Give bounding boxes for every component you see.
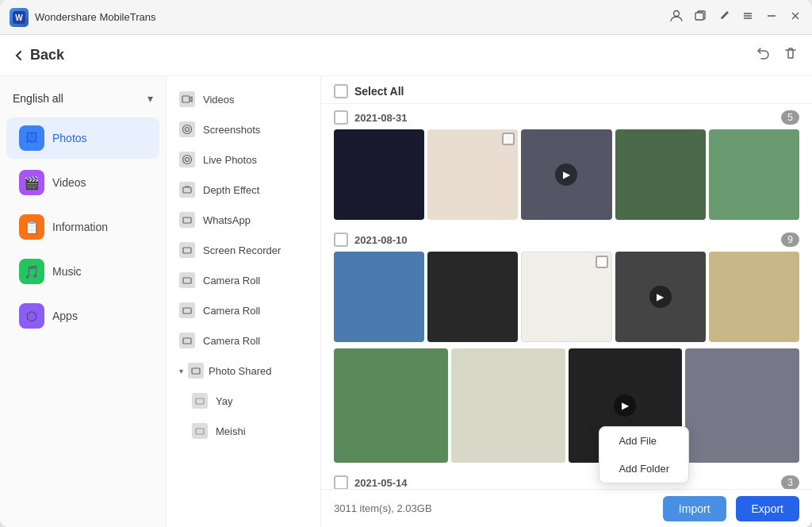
sidebar-item-apps[interactable]: ⬡ Apps: [6, 295, 159, 337]
sidebar-apps-label: Apps: [52, 310, 78, 322]
middle-screenshots-label: Screenshots: [203, 124, 260, 136]
edit-icon[interactable]: [717, 9, 731, 26]
export-button[interactable]: Export: [736, 496, 799, 521]
menu-icon[interactable]: [741, 9, 755, 26]
camera-roll-1-icon: [179, 272, 195, 288]
photo-thumb[interactable]: [427, 129, 518, 220]
language-dropdown[interactable]: English all ▾: [0, 86, 166, 111]
minimize-icon[interactable]: [764, 9, 779, 26]
photo-grid-2b: ▶: [334, 348, 799, 463]
photo-thumb[interactable]: ▶: [521, 129, 611, 220]
videos-icon: 🎬: [19, 170, 44, 195]
import-button[interactable]: Import: [663, 496, 726, 521]
app-window: W Wondershare MobileTrans: [0, 0, 812, 527]
sub-header-actions: [755, 44, 799, 66]
svg-rect-22: [196, 398, 204, 404]
photo-grid-container: 2021-08-31 5 ▶: [321, 104, 812, 489]
photo-thumb[interactable]: [709, 252, 799, 342]
photo-thumb[interactable]: [451, 348, 565, 463]
middle-camera-roll-3-label: Camera Roll: [203, 335, 260, 347]
middle-camera-roll-1[interactable]: Camera Roll: [167, 265, 320, 295]
account-icon[interactable]: [669, 9, 684, 26]
date-checkbox-1[interactable]: [334, 110, 348, 125]
music-icon: 🎵: [19, 259, 44, 284]
date-row-2: 2021-08-10 9: [334, 226, 799, 252]
date-section-1: 2021-08-31 5 ▶: [334, 104, 799, 220]
camera-roll-3-icon: [179, 333, 195, 348]
sidebar-item-videos[interactable]: 🎬 Videos: [6, 162, 159, 203]
svg-rect-19: [183, 308, 191, 314]
window-controls: [669, 9, 802, 26]
select-all-label: Select All: [354, 85, 404, 98]
svg-rect-18: [183, 278, 191, 283]
date-label-1: 2021-08-31: [354, 112, 775, 124]
middle-meishi[interactable]: Meishi: [167, 416, 320, 446]
back-button[interactable]: Back: [13, 47, 64, 63]
undo-icon[interactable]: [755, 44, 772, 66]
middle-videos[interactable]: Videos: [167, 84, 320, 114]
middle-camera-roll-1-label: Camera Roll: [203, 275, 260, 287]
photo-thumb[interactable]: ▶: [615, 252, 706, 342]
middle-camera-roll-2-label: Camera Roll: [203, 305, 260, 317]
photo-thumb[interactable]: [615, 129, 706, 220]
photo-thumb[interactable]: [521, 252, 611, 342]
play-button[interactable]: ▶: [555, 163, 577, 186]
sidebar-info-label: Information: [52, 221, 108, 233]
photo-thumb[interactable]: [685, 348, 799, 463]
screenshots-small-icon: [179, 121, 195, 137]
svg-rect-21: [192, 368, 200, 374]
right-panel: Select All 2021-08-31 5: [321, 76, 812, 527]
add-folder-item[interactable]: Add Folder: [599, 455, 688, 483]
svg-text:W: W: [15, 13, 23, 22]
play-button[interactable]: ▶: [649, 286, 672, 308]
middle-camera-roll-3[interactable]: Camera Roll: [167, 325, 320, 356]
thumb-checkbox[interactable]: [596, 256, 608, 268]
date-checkbox-3[interactable]: [334, 475, 348, 489]
date-label-2: 2021-08-10: [354, 234, 775, 246]
photo-shared-chevron: ▾: [179, 367, 183, 375]
restore-icon[interactable]: [693, 9, 707, 26]
middle-screenshots[interactable]: Screenshots: [167, 114, 320, 144]
screen-recorder-small-icon: [179, 242, 195, 258]
svg-point-12: [186, 128, 190, 132]
yay-icon: [192, 393, 208, 409]
middle-yay[interactable]: Yay: [167, 386, 320, 416]
select-all-checkbox[interactable]: [334, 84, 348, 98]
count-badge-3: 3: [781, 475, 799, 489]
sidebar-item-photos[interactable]: 🖼 Photos: [6, 117, 159, 159]
middle-screen-recorder[interactable]: Screen Recorder: [167, 235, 320, 265]
sidebar-item-music[interactable]: 🎵 Music: [6, 251, 159, 292]
photo-thumb[interactable]: [427, 252, 518, 342]
sidebar-item-information[interactable]: 📋 Information: [6, 206, 159, 248]
photo-grid-2a: ▶: [334, 252, 799, 342]
dropdown-arrow: ▾: [147, 92, 153, 105]
svg-rect-3: [695, 13, 703, 20]
play-button[interactable]: ▶: [614, 394, 636, 417]
information-icon: 📋: [19, 214, 44, 240]
svg-rect-10: [182, 96, 190, 102]
bottom-bar: 3011 item(s), 2.03GB Import Export: [321, 489, 812, 527]
main-content: English all ▾ 🖼 Photos 🎬 Videos 📋 Inform…: [0, 76, 812, 527]
photo-thumb[interactable]: [334, 252, 424, 342]
photo-thumb[interactable]: [709, 129, 799, 220]
photo-thumb[interactable]: [334, 348, 448, 463]
add-file-item[interactable]: Add File: [599, 427, 688, 455]
date-checkbox-2[interactable]: [334, 233, 348, 247]
photo-shared-header[interactable]: ▾ Photo Shared: [167, 356, 320, 386]
delete-icon[interactable]: [782, 44, 799, 66]
photos-icon: 🖼: [19, 125, 44, 151]
middle-camera-roll-2[interactable]: Camera Roll: [167, 295, 320, 325]
thumb-checkbox[interactable]: [502, 133, 515, 145]
count-badge-2: 9: [781, 233, 799, 247]
date-label-3: 2021-05-14: [354, 477, 775, 489]
middle-depth-effect[interactable]: Depth Effect: [167, 175, 320, 205]
date-row-1: 2021-08-31 5: [334, 104, 799, 129]
middle-live-photos[interactable]: Live Photos: [167, 144, 320, 175]
middle-whatsapp[interactable]: WhatsApp: [167, 205, 320, 235]
svg-point-13: [183, 156, 192, 164]
videos-small-icon: [179, 91, 195, 107]
close-icon[interactable]: [788, 9, 802, 26]
photo-thumb[interactable]: [334, 129, 424, 220]
svg-point-11: [183, 125, 192, 134]
language-label: English all: [13, 92, 63, 105]
